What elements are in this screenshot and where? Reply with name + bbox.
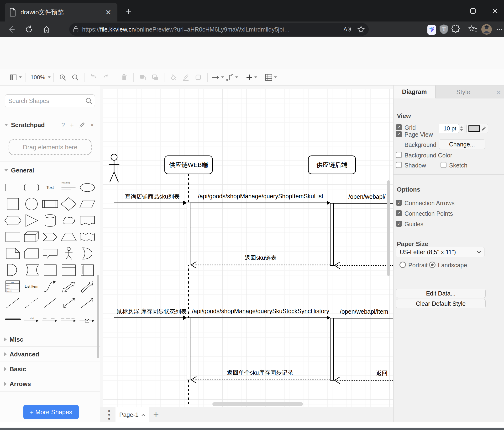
shape-line[interactable]: [41, 295, 59, 310]
extensions-puzzle-icon[interactable]: [451, 23, 460, 36]
scratchpad-help-icon[interactable]: ?: [61, 121, 65, 129]
connection-style-button[interactable]: [211, 72, 224, 83]
shape-parallelogram[interactable]: [78, 196, 96, 212]
diagram-canvas[interactable]: 供应链WEB端 供应链后端 查询店铺商品sku列表 /api/goods/sho…: [100, 85, 393, 407]
shape-dotted-line[interactable]: [22, 295, 41, 310]
scratchpad-dropzone[interactable]: Drag elements here: [9, 139, 92, 155]
pages-menu-icon[interactable]: •••: [106, 409, 112, 421]
window-maximize-button[interactable]: [466, 5, 480, 17]
landscape-radio[interactable]: [429, 262, 435, 268]
shape-bidirectional-arrow[interactable]: [60, 279, 78, 294]
shape-list-item[interactable]: List Item: [22, 279, 41, 294]
shape-hexagon[interactable]: [4, 213, 22, 228]
shape-list[interactable]: ListItem 1Item 2Item 3: [4, 279, 22, 294]
return-single-sku-record[interactable]: 返回单个sku库存同步记录: [191, 369, 330, 383]
shape-directional-connector[interactable]: [78, 295, 96, 310]
shape-link[interactable]: [4, 312, 22, 327]
shadow-checkbox[interactable]: [396, 162, 402, 168]
section-misc[interactable]: Misc: [0, 333, 100, 346]
portrait-radio[interactable]: [399, 262, 406, 268]
shape-callout[interactable]: [41, 246, 59, 261]
shape-curve[interactable]: [41, 279, 59, 294]
paper-size-select[interactable]: US-Letter (8,5" x 11"): [396, 247, 485, 257]
shape-note[interactable]: [4, 246, 22, 261]
message-open-webapi-2[interactable]: /open/webapi/item: [334, 308, 393, 318]
zoom-level[interactable]: 100%: [31, 74, 45, 81]
redo-icon[interactable]: [101, 72, 111, 83]
section-arrows[interactable]: Arrows: [0, 377, 100, 390]
shape-bidirectional-connector[interactable]: [60, 295, 78, 310]
browser-tab[interactable]: drawio文件预览 ✕: [5, 3, 117, 21]
fill-color-icon[interactable]: [168, 72, 179, 83]
shape-process[interactable]: [41, 196, 59, 212]
shape-or[interactable]: [78, 246, 96, 261]
table-button[interactable]: [265, 72, 277, 83]
activation-web-2[interactable]: [187, 318, 190, 380]
shape-cube[interactable]: [22, 229, 41, 245]
add-page-icon[interactable]: +: [153, 410, 159, 420]
more-shapes-button[interactable]: + More Shapes: [23, 405, 79, 419]
window-close-button[interactable]: [488, 5, 502, 17]
tab-diagram[interactable]: Diagram: [394, 85, 435, 98]
shape-card[interactable]: [22, 246, 41, 261]
shape-arrow-source-target[interactable]: [41, 312, 59, 327]
panel-close-icon[interactable]: ×: [496, 88, 501, 96]
shape-arrow[interactable]: [78, 279, 96, 294]
page-view-checkbox[interactable]: [396, 131, 402, 137]
shape-arrow-box[interactable]: [78, 312, 96, 327]
shape-arrow-source-middle-target[interactable]: [60, 312, 78, 327]
waypoint-style-button[interactable]: [226, 72, 238, 83]
message-hover-stock-sync[interactable]: 鼠标悬浮 库存同步状态列表: [114, 308, 187, 320]
refresh-icon[interactable]: [24, 23, 33, 36]
message-open-webapi-1[interactable]: /open/webapi/: [334, 193, 393, 203]
activation-backend-2[interactable]: [330, 318, 334, 380]
clear-default-style-button[interactable]: Clear Default Style: [396, 299, 486, 308]
background-change-button[interactable]: Change...: [439, 140, 485, 149]
shape-rounded-rectangle[interactable]: [22, 180, 41, 195]
search-shapes-box[interactable]: [5, 94, 95, 107]
grid-size-stepper[interactable]: [459, 124, 464, 133]
favorite-star-icon[interactable]: [357, 26, 365, 33]
browser-menu-icon[interactable]: [495, 23, 504, 36]
avatar[interactable]: [481, 23, 492, 36]
participant-backend[interactable]: 供应链后端: [308, 156, 356, 174]
collections-star-icon[interactable]: [468, 23, 478, 36]
tab-style[interactable]: Style: [435, 85, 491, 98]
shadow-icon[interactable]: [193, 72, 204, 83]
to-front-icon[interactable]: [137, 72, 148, 83]
zoom-in-icon[interactable]: [57, 72, 68, 83]
window-minimize-button[interactable]: [444, 5, 458, 17]
shape-cloud[interactable]: [60, 213, 78, 228]
section-advanced[interactable]: Advanced: [0, 348, 100, 361]
actor-figure[interactable]: [109, 154, 119, 182]
tab-close-icon[interactable]: ✕: [104, 7, 113, 17]
scratchpad-close-icon[interactable]: ×: [90, 121, 94, 129]
guides-checkbox[interactable]: [396, 221, 402, 227]
shape-diamond[interactable]: [60, 196, 78, 212]
delete-icon[interactable]: [119, 72, 130, 83]
scratchpad-header[interactable]: Scratchpad ? + ×: [0, 120, 100, 131]
sidebar-scrollbar[interactable]: [97, 275, 99, 358]
section-general[interactable]: General: [0, 165, 100, 176]
grid-color-button[interactable]: [466, 124, 488, 133]
shape-document[interactable]: [78, 213, 96, 228]
new-tab-button[interactable]: +: [123, 6, 134, 17]
shape-triangle[interactable]: [22, 213, 41, 228]
url-bar[interactable]: https://file.kkview.cn/onlinePreview?url…: [69, 23, 369, 36]
activation-web-1[interactable]: [187, 203, 190, 265]
page-tab[interactable]: Page-1: [116, 407, 149, 423]
insert-button[interactable]: [246, 72, 257, 83]
canvas-horizontal-scrollbar[interactable]: [212, 402, 303, 406]
shape-text[interactable]: Text: [41, 180, 59, 195]
shape-trapezoid[interactable]: [60, 229, 78, 245]
back-icon[interactable]: [7, 23, 16, 36]
activation-backend-1[interactable]: [330, 203, 334, 265]
view-panels-button[interactable]: [10, 72, 22, 83]
shape-rectangle[interactable]: [4, 180, 22, 195]
canvas-vertical-scrollbar[interactable]: [387, 180, 390, 276]
shape-arrow-label[interactable]: Label: [22, 312, 41, 327]
search-icon[interactable]: [85, 97, 92, 104]
shape-tape[interactable]: [78, 229, 96, 245]
connection-arrows-checkbox[interactable]: [396, 200, 402, 206]
connection-points-checkbox[interactable]: [396, 210, 402, 216]
